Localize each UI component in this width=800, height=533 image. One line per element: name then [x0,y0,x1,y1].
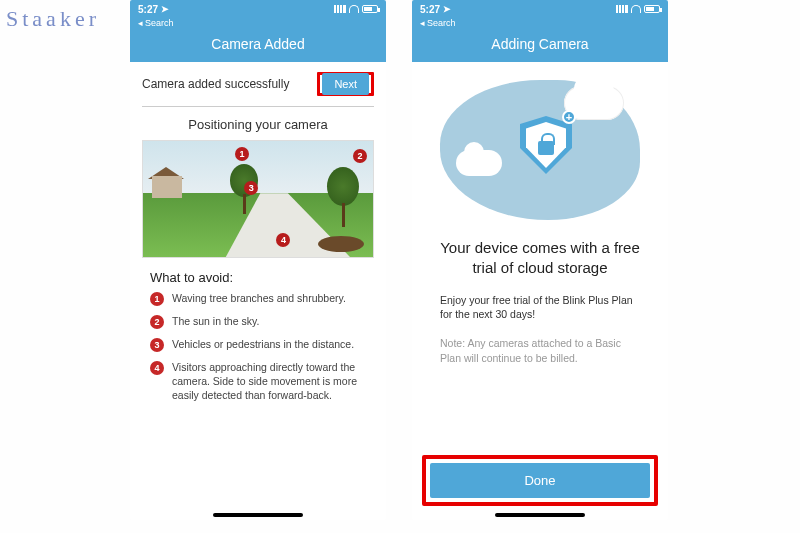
bullet-4: 4 [150,361,164,375]
list-item: 3 Vehicles or pedestrians in the distanc… [150,337,366,352]
back-label: Search [145,18,174,28]
positioning-title: Positioning your camera [130,107,386,140]
status-time: 5:27 [138,4,158,15]
bullet-2: 2 [150,315,164,329]
back-label: Search [427,18,456,28]
success-text: Camera added successfully [142,77,289,91]
done-button[interactable]: Done [430,463,650,498]
chevron-left-icon: ◂ [138,18,143,28]
wifi-icon [349,5,359,13]
avoid-text-3: Vehicles or pedestrians in the distance. [172,337,354,351]
signal-icon [616,5,628,13]
page-title: Adding Camera [412,30,668,62]
positioning-illustration: 1 2 3 4 [142,140,374,258]
location-icon: ➤ [443,4,451,14]
marker-2: 2 [353,149,367,163]
success-row: Camera added successfully Next [130,62,386,106]
cloud-storage-illustration: + [412,62,668,232]
bullet-1: 1 [150,292,164,306]
highlight-next: Next [317,72,374,96]
lock-icon [538,141,554,155]
home-indicator[interactable] [213,513,303,517]
watermark-text: Staaker [6,6,100,32]
list-item: 1 Waving tree branches and shrubbery. [150,291,366,306]
trial-heading: Your device comes with a free trial of c… [412,232,668,289]
marker-1: 1 [235,147,249,161]
back-to-search[interactable]: ◂ Search [130,18,386,30]
wifi-icon [631,5,641,13]
avoid-text-1: Waving tree branches and shrubbery. [172,291,346,305]
next-button[interactable]: Next [322,73,369,95]
cloud-icon [456,150,502,176]
trial-body-text: Enjoy your free trial of the Blink Plus … [412,289,668,332]
phone-adding-camera: 5:27 ➤ ◂ Search Adding Camera + [412,0,668,520]
bullet-3: 3 [150,338,164,352]
trial-note-text: Note: Any cameras attached to a Basic Pl… [412,332,668,369]
phone-camera-added: 5:27 ➤ ◂ Search Camera Added Camera adde… [130,0,386,520]
battery-icon [362,5,378,13]
page-title: Camera Added [130,30,386,62]
location-icon: ➤ [161,4,169,14]
avoid-heading: What to avoid: [130,258,386,291]
back-to-search[interactable]: ◂ Search [412,18,668,30]
avoid-text-4: Visitors approaching directly toward the… [172,360,366,403]
status-bar: 5:27 ➤ [130,0,386,18]
status-bar: 5:27 ➤ [412,0,668,18]
status-time: 5:27 [420,4,440,15]
signal-icon [334,5,346,13]
list-item: 2 The sun in the sky. [150,314,366,329]
avoid-list: 1 Waving tree branches and shrubbery. 2 … [130,291,386,411]
phone-row: 5:27 ➤ ◂ Search Camera Added Camera adde… [130,0,668,520]
highlight-done: Done [422,455,658,506]
avoid-text-2: The sun in the sky. [172,314,259,328]
battery-icon [644,5,660,13]
chevron-left-icon: ◂ [420,18,425,28]
home-indicator[interactable] [495,513,585,517]
plus-badge-icon: + [562,110,576,124]
list-item: 4 Visitors approaching directly toward t… [150,360,366,403]
